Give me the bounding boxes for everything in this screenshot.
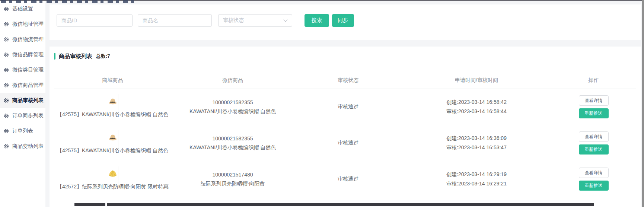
table-row: 【42572】纭际系列贝壳防晒帽-向阳黄 限时特惠 10000021517480… [54, 161, 636, 197]
image-divider [118, 166, 118, 190]
repush-button[interactable]: 重新推送 [579, 181, 609, 191]
audited-time: 审核:2023-03-14 16:53:47 [446, 143, 507, 152]
sidebar-item-5[interactable]: 微信商品管理 [0, 77, 45, 93]
created-time: 创建:2023-03-14 16:58:42 [446, 98, 507, 107]
mall-product-name: 【42572】纭际系列贝壳防晒帽-向阳黄 限时特惠 [54, 184, 171, 190]
sidebar-item-0[interactable]: 基础设置 [0, 1, 45, 16]
wechat-product-id: 10000021582355 [171, 98, 294, 107]
gear-icon [4, 83, 9, 88]
mall-product-name: 【42575】KAWATANI/川谷小卷檐编织帽 自然色 [54, 147, 171, 154]
wechat-product-name: 纭际系列贝壳防晒帽-向阳黄 [171, 179, 294, 188]
gear-icon [4, 128, 9, 134]
audited-time: 审核:2023-03-14 16:29:21 [446, 179, 507, 188]
sidebar-item-label: 商品审核列表 [12, 97, 44, 104]
mall-product-cell: 【42575】KAWATANI/川谷小卷檐编织帽 自然色 [54, 89, 171, 125]
product-id-input[interactable] [57, 14, 133, 27]
actions-cell: 查看详情 重新推送 [551, 161, 636, 197]
actions-cell: 查看详情 重新推送 [551, 125, 636, 161]
straw-hat-product-image [108, 96, 118, 107]
repush-button[interactable]: 重新推送 [579, 108, 609, 118]
image-divider [118, 94, 118, 117]
audit-status-cell: 审核通过 [294, 125, 402, 161]
sidebar-item-label: 微信商品管理 [12, 82, 44, 89]
product-image-wrap [54, 168, 171, 179]
actions-cell: 查看详情 重新推送 [551, 89, 636, 125]
sidebar-menu: 基础设置 微信地址管理 微信物流管理 [0, 1, 45, 154]
sidebar-item-label: 订单列表 [12, 128, 33, 134]
column-header-0: 商城商品 [54, 77, 171, 84]
table-row: 【42575】KAWATANI/川谷小卷檐编织帽 自然色 10000021582… [54, 89, 636, 125]
gear-icon [4, 52, 9, 57]
audit-status-select-value[interactable]: 审核状态 [218, 14, 292, 27]
sidebar-item-2[interactable]: 微信物流管理 [0, 32, 45, 47]
list-total-count: 总数:7 [96, 53, 110, 60]
audit-list-card: 商品审核列表 总数:7 商城商品微信商品审核状态申请时间/审核时间操作 [50, 47, 641, 207]
sidebar-item-9[interactable]: 商品变动列表 [0, 138, 45, 154]
audit-status-select[interactable]: 审核状态 [218, 14, 292, 27]
sync-button[interactable]: 同步 [332, 14, 354, 27]
sidebar-item-8[interactable]: 订单列表 [0, 123, 45, 138]
straw-hat-product-image [108, 132, 118, 143]
partial-row-image-strip [74, 203, 105, 206]
image-divider [118, 130, 118, 153]
column-header-2: 审核状态 [294, 77, 402, 84]
audited-time: 审核:2023-03-14 16:58:44 [446, 107, 507, 116]
sidebar-item-label: 订单同步列表 [12, 112, 44, 119]
sidebar-item-3[interactable]: 微信品牌管理 [0, 47, 45, 62]
table-body: 【42575】KAWATANI/川谷小卷檐编织帽 自然色 10000021582… [54, 89, 636, 197]
created-time: 创建:2023-03-14 16:29:19 [446, 170, 507, 179]
main-content: 审核状态 搜索 同步 商品审核列表 总数:7 商城商品微信商品审核状态申请时间/… [50, 0, 641, 207]
list-title: 商品审核列表 [59, 53, 92, 60]
sidebar-item-label: 微信地址管理 [12, 21, 44, 28]
sidebar-item-1[interactable]: 微信地址管理 [0, 16, 45, 32]
sidebar-item-label: 微信物流管理 [12, 36, 44, 43]
time-cell: 创建:2023-03-14 16:58:42 审核:2023-03-14 16:… [402, 89, 551, 125]
gear-icon [4, 113, 9, 118]
column-header-1: 微信商品 [171, 77, 294, 84]
gear-icon [4, 67, 9, 73]
mall-product-name: 【42575】KAWATANI/川谷小卷檐编织帽 自然色 [54, 111, 171, 118]
repush-button[interactable]: 重新推送 [579, 144, 609, 155]
mall-product-cell: 【42572】纭际系列贝壳防晒帽-向阳黄 限时特惠 [54, 161, 171, 197]
column-header-3: 申请时间/审核时间 [402, 77, 551, 84]
gear-icon [4, 37, 9, 42]
audit-table: 商城商品微信商品审核状态申请时间/审核时间操作 【42575 [54, 72, 636, 206]
sidebar-item-label: 基础设置 [12, 6, 33, 12]
sidebar: 基础设置 微信地址管理 微信物流管理 [0, 1, 45, 207]
status-text: 审核通过 [338, 176, 358, 182]
time-cell: 创建:2023-03-14 16:36:09 审核:2023-03-14 16:… [402, 125, 551, 161]
product-name-input[interactable] [138, 14, 212, 27]
partial-next-row [54, 197, 636, 206]
wechat-product-name: KAWATANI/川谷小卷檐编织帽 自然色 [171, 143, 294, 152]
search-button[interactable]: 搜索 [305, 14, 329, 27]
product-image-wrap [54, 132, 171, 143]
audit-status-cell: 审核通过 [294, 89, 402, 125]
sidebar-item-label: 商品变动列表 [12, 143, 44, 150]
view-detail-button[interactable]: 查看详情 [579, 168, 609, 178]
sidebar-item-label: 微信品牌管理 [12, 51, 44, 58]
gear-icon [4, 22, 9, 27]
wechat-product-name: KAWATANI/川谷小卷檐编织帽 自然色 [171, 107, 294, 116]
wechat-product-cell: 10000021517480 纭际系列贝壳防晒帽-向阳黄 [171, 161, 294, 197]
partial-row-content-strip [107, 203, 594, 206]
gear-icon [4, 6, 9, 12]
view-detail-button[interactable]: 查看详情 [579, 131, 609, 142]
filter-bar: 审核状态 搜索 同步 [50, 4, 641, 40]
sidebar-item-4[interactable]: 微信类目管理 [0, 62, 45, 77]
status-text: 审核通过 [338, 104, 358, 110]
column-header-4: 操作 [551, 77, 636, 84]
title-accent-bar [54, 53, 55, 60]
sidebar-item-label: 微信类目管理 [12, 67, 44, 73]
wechat-product-id: 10000021517480 [171, 170, 294, 179]
wechat-product-cell: 10000021582355 KAWATANI/川谷小卷檐编织帽 自然色 [171, 89, 294, 125]
table-row: 【42575】KAWATANI/川谷小卷檐编织帽 自然色 10000021582… [54, 125, 636, 161]
product-image-wrap [54, 96, 171, 107]
sidebar-item-7[interactable]: 订单同步列表 [0, 108, 45, 123]
mall-product-cell: 【42575】KAWATANI/川谷小卷檐编织帽 自然色 [54, 125, 171, 161]
view-detail-button[interactable]: 查看详情 [579, 95, 609, 106]
time-cell: 创建:2023-03-14 16:29:19 审核:2023-03-14 16:… [402, 161, 551, 197]
sidebar-item-6[interactable]: 商品审核列表 [0, 93, 45, 108]
vertical-scrollbar[interactable] [642, 0, 644, 207]
cutoff-text-fragments [1, 0, 134, 3]
gear-icon [4, 144, 9, 149]
